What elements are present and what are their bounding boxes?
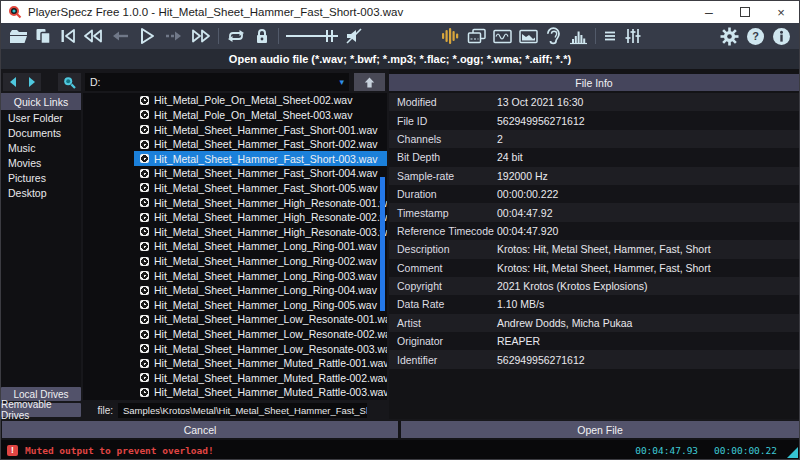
window-controls: – × — [691, 1, 799, 23]
lock-icon[interactable] — [253, 27, 271, 45]
file-row[interactable]: Hit_Metal_Pole_On_Metal_Sheet-003.wav — [83, 108, 387, 123]
file-row[interactable]: Hit_Metal_Sheet_Hammer_Low_Resonate-002.… — [83, 327, 387, 342]
status-bar: ! Muted output to prevent overload! 00:0… — [1, 440, 799, 460]
info-label: Channels — [397, 133, 497, 145]
audio-file-icon — [140, 183, 149, 192]
skip-start-icon[interactable] — [59, 27, 76, 45]
quick-links-list: User Folder Documents Music Movies Pictu… — [1, 110, 81, 200]
volume-slider[interactable] — [286, 27, 338, 45]
info-value: 1.10 MB/s — [497, 298, 799, 310]
file-info-row: Timestamp 00:04:47.92 — [389, 203, 799, 221]
file-row[interactable]: Hit_Metal_Sheet_Hammer_Long_Ring-003.wav — [83, 268, 387, 283]
audio-file-icon — [140, 154, 149, 163]
file-name: Hit_Metal_Sheet_Hammer_Low_Resonate-001.… — [154, 313, 387, 325]
waveform-icon[interactable] — [441, 27, 460, 45]
toolbar: ? — [1, 23, 799, 49]
step-back-icon[interactable] — [110, 27, 130, 45]
file-row[interactable]: Hit_Metal_Sheet_Hammer_Fast_Short-003.wa… — [83, 151, 387, 166]
file-name: Hit_Metal_Sheet_Hammer_Fast_Short-004.wa… — [154, 167, 378, 179]
file-row[interactable]: Hit_Metal_Sheet_Hammer_Fast_Short-002.wa… — [83, 137, 387, 152]
info-icon[interactable] — [772, 27, 791, 46]
file-info-panel: File Info Modified 13 Oct 2021 16:30 Fil… — [389, 69, 799, 419]
histogram-icon[interactable] — [569, 28, 588, 45]
audio-file-icon — [140, 330, 149, 339]
transport-group — [9, 26, 363, 46]
sidebar-item[interactable]: Desktop — [1, 185, 81, 200]
audio-file-icon — [140, 110, 149, 119]
open-dialog: D: ▾ Quick Links User Folder Documents M… — [1, 69, 799, 421]
resize-grip[interactable] — [787, 447, 798, 458]
open-file-icon[interactable] — [9, 28, 28, 44]
file-row[interactable]: Hit_Metal_Sheet_Hammer_Muted_Rattle-002.… — [83, 371, 387, 386]
file-row[interactable]: Hit_Metal_Sheet_Hammer_High_Resonate-002… — [83, 210, 387, 225]
audio-file-icon — [140, 140, 149, 149]
search-button[interactable] — [58, 73, 81, 91]
layered-views-icon[interactable] — [467, 28, 486, 45]
file-row[interactable]: Hit_Metal_Sheet_Hammer_Muted_Rattle-003.… — [83, 385, 387, 400]
file-info-row: Data Rate 1.10 MB/s — [389, 295, 799, 313]
file-row[interactable]: Hit_Metal_Sheet_Hammer_Long_Ring-002.wav — [83, 254, 387, 269]
file-row[interactable]: Hit_Metal_Sheet_Hammer_Muted_Rattle-001.… — [83, 356, 387, 371]
file-row[interactable]: Hit_Metal_Sheet_Hammer_Long_Ring-004.wav — [83, 283, 387, 298]
toolbar-separator — [218, 28, 219, 44]
file-row[interactable]: Hit_Metal_Sheet_Hammer_Low_Resonate-001.… — [83, 312, 387, 327]
info-value: REAPER — [497, 335, 799, 347]
file-row[interactable]: Hit_Metal_Sheet_Hammer_High_Resonate-001… — [83, 195, 387, 210]
file-row[interactable]: Hit_Metal_Sheet_Hammer_Fast_Short-004.wa… — [83, 166, 387, 181]
open-file-button[interactable]: Open File — [401, 421, 799, 438]
audio-file-icon — [140, 373, 149, 382]
audio-file-icon — [140, 315, 149, 324]
info-value: 562949956271612 — [497, 115, 799, 127]
sidebar-item[interactable]: Documents — [1, 125, 81, 140]
mute-icon[interactable] — [345, 27, 363, 45]
file-row[interactable]: Hit_Metal_Sheet_Hammer_Fast_Short-005.wa… — [83, 181, 387, 196]
fast-forward-icon[interactable] — [191, 27, 211, 45]
maximize-button[interactable] — [727, 1, 763, 23]
mixer-icon[interactable] — [624, 27, 642, 45]
nav-forward-button[interactable] — [22, 73, 41, 91]
file-row[interactable]: Hit_Metal_Sheet_Hammer_High_Resonate-003… — [83, 224, 387, 239]
sidebar-item[interactable]: Pictures — [1, 170, 81, 185]
drive-select[interactable]: D: ▾ — [85, 73, 349, 91]
file-path-field[interactable]: Samples\Krotos\Metal\Hit_Metal_Sheet_Ham… — [118, 403, 367, 418]
file-row[interactable]: Hit_Metal_Sheet_Hammer_Long_Ring-005.wav — [83, 298, 387, 313]
file-row[interactable]: Hit_Metal_Sheet_Hammer_Fast_Short-001.wa… — [83, 122, 387, 137]
info-label: Duration — [397, 188, 497, 200]
app-logo-icon — [8, 5, 22, 19]
rewind-icon[interactable] — [83, 27, 103, 45]
info-label: Timestamp — [397, 207, 497, 219]
sidebar-item[interactable]: User Folder — [1, 110, 81, 125]
step-forward-icon[interactable] — [164, 27, 184, 45]
scrollbar-thumb[interactable] — [380, 177, 385, 311]
file-name: Hit_Metal_Sheet_Hammer_Fast_Short-001.wa… — [154, 124, 378, 136]
file-row[interactable]: Hit_Metal_Pole_On_Metal_Sheet-002.wav — [83, 93, 387, 108]
file-info-row: Duration 00:00:00.222 — [389, 185, 799, 203]
settings-gear-icon[interactable] — [720, 27, 739, 46]
volume-handle[interactable] — [326, 30, 333, 42]
spectrum-view-icon[interactable] — [519, 28, 538, 45]
play-icon[interactable] — [137, 26, 157, 46]
nav-back-button[interactable] — [3, 73, 22, 91]
minimize-button[interactable]: – — [691, 1, 727, 23]
loop-icon[interactable] — [226, 27, 246, 45]
removable-drives-button[interactable]: Removable Drives — [1, 403, 81, 417]
copy-info-icon[interactable] — [35, 28, 52, 45]
sidebar-item[interactable]: Movies — [1, 155, 81, 170]
file-name: Hit_Metal_Sheet_Hammer_Muted_Rattle-003.… — [154, 386, 387, 398]
file-name: Hit_Metal_Sheet_Hammer_Fast_Short-005.wa… — [154, 182, 378, 194]
chevron-left-icon — [7, 75, 19, 89]
file-name: Hit_Metal_Sheet_Hammer_High_Resonate-001… — [154, 197, 387, 209]
list-view-icon[interactable] — [603, 29, 617, 43]
help-icon[interactable]: ? — [746, 27, 765, 46]
file-row[interactable]: Hit_Metal_Sheet_Hammer_Low_Resonate-003.… — [83, 341, 387, 356]
up-directory-button[interactable] — [354, 73, 385, 91]
sidebar-item[interactable]: Music — [1, 140, 81, 155]
info-label: Artist — [397, 317, 497, 329]
close-button[interactable]: × — [763, 1, 799, 23]
title-bar[interactable]: PlayerSpecz Free 1.0.0 - Hit_Metal_Sheet… — [1, 1, 799, 23]
file-row[interactable]: Hit_Metal_Sheet_Hammer_Long_Ring-001.wav — [83, 239, 387, 254]
file-info-row: Description Krotos: Hit, Metal Sheet, Ha… — [389, 240, 799, 258]
listen-ear-icon[interactable] — [545, 27, 562, 45]
cancel-button[interactable]: Cancel — [2, 421, 398, 438]
wave-view-icon[interactable] — [493, 28, 512, 45]
